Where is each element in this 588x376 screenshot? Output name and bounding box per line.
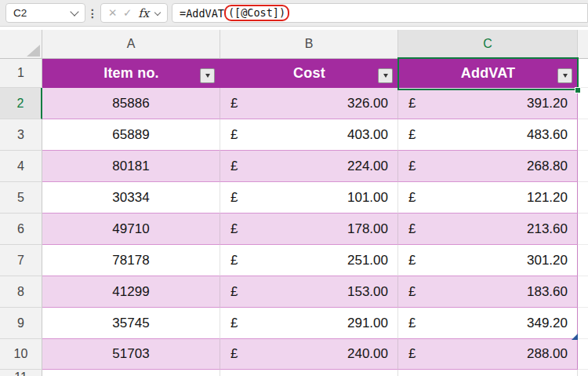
sheet-row-7: 778178£251.00£301.20 <box>0 245 588 276</box>
name-box-value: C2 <box>13 7 27 19</box>
table-header-addvat[interactable]: AddVAT <box>398 59 578 88</box>
sheet-row-5: 530334£101.00£121.20 <box>0 182 588 214</box>
currency-symbol: £ <box>230 127 238 143</box>
filter-button[interactable] <box>378 68 393 83</box>
cell-c4[interactable]: £268.80 <box>398 151 578 182</box>
cell-b10[interactable]: £240.00 <box>220 339 398 370</box>
cell-a4[interactable]: 80181 <box>42 151 220 182</box>
formula-highlight-annotation: ([@Cost]) <box>224 5 289 21</box>
row-number: 5 <box>17 191 24 205</box>
row-header-10[interactable]: 10 <box>0 339 42 370</box>
column-header-partial[interactable] <box>578 30 588 59</box>
column-header-b[interactable]: B <box>220 30 398 59</box>
formula-actions: ✕ ✓ fx <box>100 3 168 23</box>
cell-b5[interactable]: £101.00 <box>220 182 398 214</box>
row-header-3[interactable]: 3 <box>0 119 42 151</box>
cell-c2[interactable]: £391.20 <box>398 88 578 119</box>
item-number-value: 65889 <box>112 127 149 143</box>
cell-b4[interactable]: £224.00 <box>220 151 398 182</box>
row-number: 9 <box>17 316 24 330</box>
row-header-4[interactable]: 4 <box>0 151 42 182</box>
cell-partial[interactable] <box>578 276 588 308</box>
chevron-down-icon[interactable] <box>154 9 161 15</box>
table-header-cost[interactable]: Cost <box>220 59 398 88</box>
table-header-label: Cost <box>293 65 325 82</box>
fill-handle[interactable] <box>575 87 581 93</box>
row-header-7[interactable]: 7 <box>0 245 42 276</box>
cell-b7[interactable]: £251.00 <box>220 245 398 276</box>
cell-c8[interactable]: £183.60 <box>398 276 578 308</box>
cell-b2[interactable]: £326.00 <box>220 88 398 119</box>
row-header-2[interactable]: 2 <box>0 88 42 119</box>
cell-c3[interactable]: £483.60 <box>398 119 578 151</box>
cell-partial[interactable] <box>578 245 588 276</box>
column-header-a[interactable]: A <box>42 30 220 59</box>
column-header-c[interactable]: C <box>398 30 578 59</box>
formula-input[interactable]: =AddVAT([@Cost]) <box>172 3 588 23</box>
cell-empty[interactable] <box>42 370 220 376</box>
currency-symbol: £ <box>230 190 238 206</box>
filter-button[interactable] <box>200 68 215 83</box>
addvat-value: 183.60 <box>527 284 568 300</box>
row-header-5[interactable]: 5 <box>0 182 42 214</box>
cell-b3[interactable]: £403.00 <box>220 119 398 151</box>
cell-c7[interactable]: £301.20 <box>398 245 578 276</box>
table-resize-handle[interactable] <box>572 334 578 340</box>
cell-c9[interactable]: £349.20 <box>398 308 578 339</box>
row-number: 4 <box>17 159 24 173</box>
cell-a9[interactable]: 35745 <box>42 308 220 339</box>
cell-a10[interactable]: 51703 <box>42 339 220 370</box>
item-number-value: 78178 <box>112 253 149 268</box>
cost-value: 240.00 <box>347 346 388 362</box>
cell-c6[interactable]: £213.60 <box>398 214 578 245</box>
sheet-row-6: 649710£178.00£213.60 <box>0 214 588 245</box>
currency-symbol: £ <box>230 346 238 362</box>
cell-a2[interactable]: 85886 <box>42 88 220 119</box>
enter-icon[interactable]: ✓ <box>123 8 132 19</box>
cell-b8[interactable]: £153.00 <box>220 276 398 308</box>
currency-symbol: £ <box>408 346 416 362</box>
name-box[interactable]: C2 <box>5 3 85 23</box>
row-header-11[interactable]: 11 <box>0 370 42 376</box>
sheet-row-3: 365889£403.00£483.60 <box>0 119 588 151</box>
currency-symbol: £ <box>408 316 416 331</box>
addvat-value: 121.20 <box>527 190 568 206</box>
table-header-item[interactable]: Item no. <box>42 59 220 88</box>
row-header-9[interactable]: 9 <box>0 308 42 339</box>
chevron-down-icon[interactable] <box>70 7 78 16</box>
cell-partial[interactable] <box>578 339 588 370</box>
sheet-row-11: 11 <box>0 370 588 376</box>
cell-a3[interactable]: 65889 <box>42 119 220 151</box>
table-header-label: Item no. <box>103 65 159 82</box>
insert-function-icon[interactable]: fx <box>138 6 149 20</box>
cell-empty[interactable] <box>220 370 398 376</box>
select-all-corner[interactable] <box>0 30 42 59</box>
row-header-1[interactable]: 1 <box>0 59 42 88</box>
row-header-6[interactable]: 6 <box>0 214 42 245</box>
cell-c5[interactable]: £121.20 <box>398 182 578 214</box>
cell-a6[interactable]: 49710 <box>42 214 220 245</box>
cell-partial[interactable] <box>578 151 588 182</box>
item-number-value: 85886 <box>112 96 149 111</box>
cell-a5[interactable]: 30334 <box>42 182 220 214</box>
addvat-value: 301.20 <box>527 253 568 268</box>
cell-a7[interactable]: 78178 <box>42 245 220 276</box>
cell-partial[interactable] <box>578 370 588 376</box>
cell-c10[interactable]: £288.00 <box>398 339 578 370</box>
cost-value: 251.00 <box>347 253 388 268</box>
cell-partial[interactable] <box>578 59 588 88</box>
cell-partial[interactable] <box>578 119 588 151</box>
cell-a8[interactable]: 41299 <box>42 276 220 308</box>
cell-b6[interactable]: £178.00 <box>220 214 398 245</box>
cell-partial[interactable] <box>578 214 588 245</box>
row-header-8[interactable]: 8 <box>0 276 42 308</box>
row-number: 1 <box>17 66 24 80</box>
cell-partial[interactable] <box>578 308 588 339</box>
cost-value: 153.00 <box>347 284 388 300</box>
filter-button[interactable] <box>557 68 572 83</box>
cell-empty[interactable] <box>398 370 578 376</box>
cell-b9[interactable]: £291.00 <box>220 308 398 339</box>
filter-arrow-icon <box>563 74 568 78</box>
cell-partial[interactable] <box>578 182 588 214</box>
cancel-icon[interactable]: ✕ <box>108 8 117 19</box>
